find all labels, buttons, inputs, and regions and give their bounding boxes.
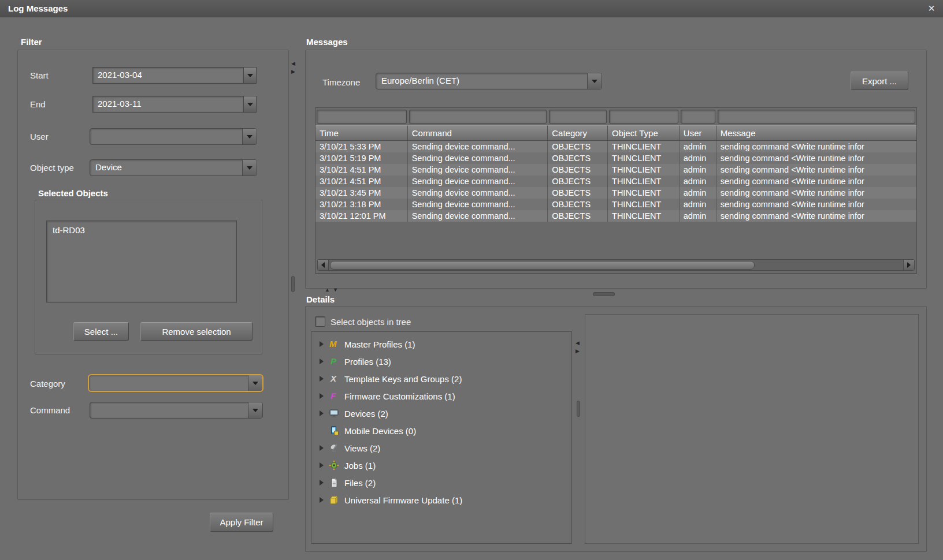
column-header-user[interactable]: User: [680, 125, 716, 141]
start-date-value[interactable]: 2021-03-04: [92, 67, 244, 84]
cell-message: sending command <Write runtime infor: [716, 187, 916, 199]
horizontal-scrollbar[interactable]: [317, 259, 915, 271]
category-combo-value[interactable]: [89, 375, 248, 391]
category-filter-input[interactable]: [549, 110, 607, 124]
command-combo[interactable]: [90, 402, 263, 419]
table-row[interactable]: 3/10/21 12:01 PM Sending device command.…: [315, 210, 916, 222]
splitter-expand-right-icon[interactable]: ▶: [576, 349, 580, 354]
universal-firmware-update-icon: [329, 495, 339, 505]
select-objects-button[interactable]: Select ...: [73, 322, 129, 341]
cell-category: OBJECTS: [548, 152, 608, 164]
scroll-right-icon[interactable]: [903, 260, 914, 270]
cell-object-type: THINCLIENT: [608, 210, 680, 222]
column-header-message[interactable]: Message: [716, 125, 916, 141]
column-header-object-type[interactable]: Object Type: [608, 125, 680, 141]
apply-filter-button[interactable]: Apply Filter: [210, 513, 273, 532]
tree-item-universal-firmware-update[interactable]: Universal Firmware Update (1): [311, 491, 571, 509]
tree-item-profiles[interactable]: P Profiles (13): [311, 353, 571, 370]
table-row[interactable]: 3/10/21 5:33 PM Sending device command..…: [315, 141, 916, 152]
tree-item-firmware-customizations[interactable]: F Firmware Customizations (1): [311, 387, 571, 405]
tree-item-jobs[interactable]: Jobs (1): [311, 457, 571, 474]
cell-message: sending command <Write runtime infor: [716, 164, 916, 176]
expand-arrow-icon[interactable]: [320, 341, 324, 347]
user-combo[interactable]: [90, 128, 257, 145]
scrollbar-thumb[interactable]: [330, 261, 755, 270]
command-filter-input[interactable]: [409, 110, 547, 124]
cell-category: OBJECTS: [548, 199, 608, 210]
column-header-command[interactable]: Command: [408, 125, 548, 141]
timezone-combo[interactable]: Europe/Berlin (CET): [376, 73, 602, 89]
splitter-expand-down-icon[interactable]: ▼: [333, 288, 338, 293]
category-combo[interactable]: [88, 374, 263, 392]
end-date-value[interactable]: 2021-03-11: [92, 96, 244, 113]
tree-item-master-profiles[interactable]: M Master Profiles (1): [311, 335, 571, 353]
splitter-collapse-left-icon[interactable]: ◀: [291, 61, 295, 66]
tree-item-label: Mobile Devices (0): [344, 426, 416, 436]
details-vertical-splitter-grip[interactable]: [577, 401, 580, 417]
tree-item-label: Files (2): [344, 478, 376, 488]
expand-arrow-icon[interactable]: [320, 359, 324, 364]
expand-arrow-icon[interactable]: [320, 393, 324, 399]
splitter-collapse-left-icon[interactable]: ◀: [576, 341, 580, 346]
end-date-field[interactable]: 2021-03-11: [92, 96, 257, 113]
messages-panel-title: Messages: [306, 37, 348, 47]
horizontal-splitter-grip[interactable]: [593, 292, 615, 296]
scroll-left-icon[interactable]: [318, 260, 329, 270]
start-date-dropdown-icon[interactable]: [244, 67, 257, 84]
object-type-combo-value[interactable]: Device: [90, 160, 242, 176]
remove-selection-button[interactable]: Remove selection: [140, 322, 253, 341]
object-type-filter-input[interactable]: [609, 110, 678, 124]
tree-item-views[interactable]: Views (2): [311, 439, 571, 457]
splitter-expand-right-icon[interactable]: ▶: [291, 69, 295, 74]
cell-user: admin: [680, 176, 716, 187]
expand-arrow-icon[interactable]: [320, 462, 324, 468]
select-objects-in-tree-checkbox[interactable]: [315, 316, 325, 327]
expand-arrow-icon[interactable]: [320, 376, 324, 382]
timezone-combo-value[interactable]: Europe/Berlin (CET): [376, 73, 587, 89]
tree-item-mobile-devices[interactable]: Mobile Devices (0): [311, 422, 571, 439]
timezone-combo-dropdown-icon[interactable]: [587, 73, 602, 89]
object-type-combo[interactable]: Device: [90, 159, 257, 176]
message-filter-input[interactable]: [718, 110, 915, 124]
expand-arrow-icon[interactable]: [320, 480, 324, 486]
tree-item-devices[interactable]: Devices (2): [311, 405, 571, 422]
cell-time: 3/10/21 3:45 PM: [315, 187, 408, 199]
messages-table: Time Command Category Object Type User M…: [315, 107, 917, 274]
table-row[interactable]: 3/10/21 4:51 PM Sending device command..…: [315, 164, 916, 176]
expand-arrow-icon[interactable]: [320, 445, 324, 451]
category-combo-dropdown-icon[interactable]: [248, 375, 262, 391]
user-combo-value[interactable]: [90, 129, 242, 144]
object-type-combo-dropdown-icon[interactable]: [242, 160, 257, 176]
column-header-time[interactable]: Time: [315, 125, 408, 141]
cell-message: sending command <Write runtime infor: [716, 141, 916, 152]
user-filter-input[interactable]: [681, 110, 715, 124]
message-detail-textarea[interactable]: [585, 314, 919, 544]
close-icon[interactable]: ×: [928, 2, 935, 15]
vertical-splitter-grip[interactable]: [291, 276, 295, 292]
expand-arrow-icon[interactable]: [320, 410, 324, 416]
table-row[interactable]: 3/10/21 3:45 PM Sending device command..…: [315, 187, 916, 199]
column-header-category[interactable]: Category: [548, 125, 608, 141]
start-date-field[interactable]: 2021-03-04: [92, 67, 257, 84]
tree-item-files[interactable]: Files (2): [311, 474, 571, 491]
tree-item-label: Template Keys and Groups (2): [344, 374, 462, 384]
cell-object-type: THINCLIENT: [608, 176, 680, 187]
list-item[interactable]: td-RD03: [47, 221, 236, 239]
end-date-dropdown-icon[interactable]: [244, 96, 257, 113]
tree-item-template-keys[interactable]: X Template Keys and Groups (2): [311, 370, 571, 387]
cell-user: admin: [680, 199, 716, 210]
table-row[interactable]: 3/10/21 4:51 PM Sending device command..…: [315, 176, 916, 187]
tree-item-label: Devices (2): [344, 409, 388, 419]
time-filter-input[interactable]: [317, 110, 407, 124]
cell-category: OBJECTS: [548, 176, 608, 187]
command-combo-dropdown-icon[interactable]: [248, 402, 262, 418]
command-combo-value[interactable]: [90, 402, 248, 418]
table-row[interactable]: 3/10/21 5:19 PM Sending device command..…: [315, 152, 916, 164]
splitter-collapse-up-icon[interactable]: ▲: [325, 288, 330, 293]
table-row[interactable]: 3/10/21 3:18 PM Sending device command..…: [315, 199, 916, 210]
selected-objects-list[interactable]: td-RD03: [46, 221, 237, 303]
scrollbar-track[interactable]: [329, 261, 903, 270]
expand-arrow-icon[interactable]: [320, 497, 324, 503]
user-combo-dropdown-icon[interactable]: [242, 129, 257, 144]
export-button[interactable]: Export ...: [851, 72, 908, 90]
